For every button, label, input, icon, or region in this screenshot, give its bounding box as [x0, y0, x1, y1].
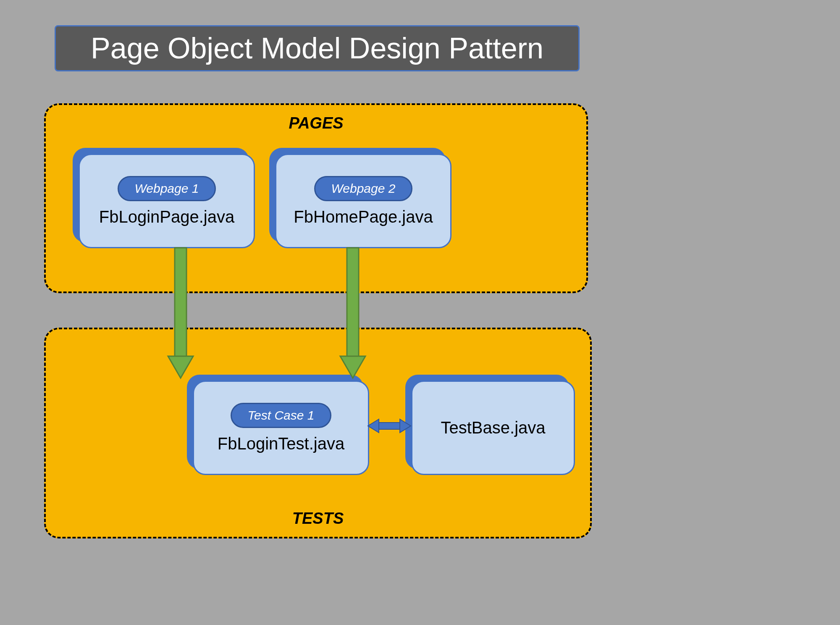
testbase-title: TestBase.java [441, 418, 545, 437]
card-body: Webpage 2 FbHomePage.java [275, 154, 452, 248]
card-body: Webpage 1 FbLoginPage.java [79, 154, 255, 248]
region-tests-label: TESTS [292, 509, 344, 528]
card-fblogin-test: Test Case 1 FbLoginTest.java [193, 381, 369, 475]
card-testbase: TestBase.java [411, 381, 575, 475]
card-body: Test Case 1 FbLoginTest.java [193, 381, 369, 475]
title-bar: Page Object Model Design Pattern [55, 25, 580, 71]
card-fblogin-page: Webpage 1 FbLoginPage.java [79, 154, 255, 248]
webpage1-pill: Webpage 1 [118, 176, 216, 201]
fbhome-page-title: FbHomePage.java [294, 207, 433, 226]
fblogin-page-title: FbLoginPage.java [99, 207, 234, 226]
region-pages-label: PAGES [289, 114, 343, 132]
card-fbhome-page: Webpage 2 FbHomePage.java [275, 154, 452, 248]
region-pages: PAGES Webpage 1 FbLoginPage.java Webpage… [44, 103, 588, 293]
card-body: TestBase.java [411, 381, 575, 475]
webpage2-pill: Webpage 2 [314, 176, 413, 201]
fblogin-test-title: FbLoginTest.java [218, 434, 344, 453]
region-tests: TESTS Test Case 1 FbLoginTest.java TestB… [44, 328, 592, 538]
testcase1-pill: Test Case 1 [231, 403, 332, 428]
page-title: Page Object Model Design Pattern [91, 32, 543, 65]
